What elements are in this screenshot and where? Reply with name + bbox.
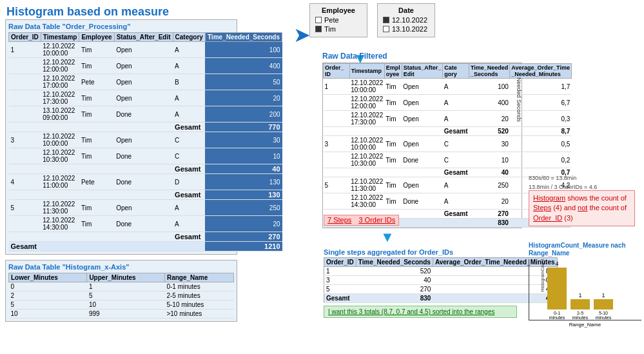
calc-note: 830s/60 = 13.8min 13.8min / 3 OrderIDs =… (529, 174, 632, 192)
single-steps-title: Single steps aggregated for Order_IDs (324, 248, 517, 256)
filtered-title: Raw Data Filtered (322, 52, 522, 61)
date1-filter-item[interactable]: 12.10.2022 (383, 16, 429, 24)
table-row: Gesamt 130 (9, 190, 282, 200)
table-row: 12.10.2022 17:30:00 Tim Open A 20 (9, 90, 282, 106)
table-row: 12.10.2022 17:00:00 Pete Open B 50 (9, 74, 282, 90)
y-axis-label: HistogramCount (540, 259, 545, 292)
order-processing-table: Order_ID Timestamp Employee Status_After… (8, 32, 282, 251)
arrow-right-icon: ➤ (293, 23, 311, 47)
table-row: Gesamt5208,7 (324, 127, 572, 136)
fcol-timestamp: Timestamp (349, 64, 384, 79)
tim-filter-item[interactable]: Tim (315, 25, 362, 33)
order-ids-count: 3 Order IDs (358, 216, 395, 224)
bar-5-10: 1 5-10minutes (594, 292, 613, 320)
date1-checkbox[interactable] (383, 17, 389, 23)
bar-0-1-bar (547, 268, 567, 310)
table-row: 12.10.2022 10:30:00TimDoneC100,2 (324, 152, 572, 168)
table-row: 3 12.10.2022 10:00:00 Tim Open C 30 (9, 132, 282, 148)
fcol-status: Status_After_Edit (402, 64, 443, 79)
ss-col-orderid: Order_ID (324, 258, 356, 267)
bar-5-10-bar (594, 299, 613, 310)
xaxis-table: Lower_Minutes Upper_Minutes Range_Name 0… (8, 273, 234, 319)
arrow-down-2-icon: ▼ (380, 229, 395, 246)
date-filter-title: Date (383, 6, 429, 14)
col-range: Range_Name (164, 273, 233, 282)
col-order-id: Order_ID (9, 33, 41, 42)
table-row: Gesamt 40 (9, 164, 282, 174)
red-note-text: Histogram shows the count of Steps (4) a… (533, 194, 627, 222)
table-row: Gesamt8304,6 (324, 294, 558, 303)
table-row: 112.10.2022 10:00:00TimOpenA1001,7 (324, 79, 572, 95)
xaxis-title: Raw Data Table "Histogram_x-Axis" (8, 263, 234, 271)
table-row: 1 12.10.2022 10:00:00 Tim Open A 100 (9, 42, 282, 58)
bar-2-5-bar (571, 299, 590, 310)
table-row: 010-1 minutes (9, 282, 234, 291)
order-processing-section: Raw Data Table "Order_Processing" Order_… (5, 19, 237, 255)
bar-0-1: 4 0-1minutes (547, 261, 567, 320)
order-processing-title: Raw Data Table "Order_Processing" (8, 23, 234, 30)
date1-label: 12.10.2022 (392, 16, 427, 24)
red-note-box: Histogram shows the count of Steps (4) a… (529, 190, 635, 226)
date2-filter-item[interactable]: 13.10.2022 (383, 25, 429, 33)
filtered-section: Raw Data Filtered Order_ID Timestamp Emp… (322, 52, 522, 228)
table-row: 5 12.10.2022 11:30:00 Tim Open A 250 (9, 200, 282, 216)
left-panel: Raw Data Table "Order_Processing" Order_… (5, 19, 237, 327)
pete-filter-item[interactable]: Pete (315, 16, 362, 24)
table-row: 12.10.2022 10:30:00 Tim Done C 10 (9, 148, 282, 164)
pete-checkbox[interactable] (315, 17, 322, 23)
fcol-employee: Employee (384, 64, 402, 79)
tim-label: Tim (324, 25, 336, 33)
date2-checkbox[interactable] (383, 26, 389, 32)
table-row: 12.10.2022 17:30:00TimOpenA200,3 (324, 111, 572, 127)
steps-note-box: 7 Steps 3 Order IDs (324, 216, 399, 224)
x-axis-label: Range_Name (529, 322, 641, 328)
table-row: 12.10.2022 12:00:00TimOpenA4006,7 (324, 95, 572, 111)
filtered-table-wrap: Order_ID Timestamp Employee Status_After… (322, 63, 522, 228)
table-row: 52704,5 (324, 285, 558, 294)
table-row: 312.10.2022 10:00:00TimOpenC300,5 (324, 136, 572, 152)
histogram-section: HistogramCount_Measure nach Range_Name H… (529, 242, 641, 328)
pete-label: Pete (324, 16, 339, 24)
histogram-title: HistogramCount_Measure nach Range_Name (529, 242, 641, 257)
single-steps-table: Order_ID Time_Needed_Seconds Average_Ord… (324, 257, 558, 303)
col-employee: Employee (79, 33, 114, 42)
green-note: I want this 3 totals (8.7, 0.7 and 4.5) … (324, 306, 517, 318)
date2-label: 13.10.2022 (392, 25, 427, 33)
table-row: 10999>10 minutes (9, 310, 234, 319)
xaxis-section: Raw Data Table "Histogram_x-Axis" Lower_… (5, 260, 237, 322)
bar-0-1-value: 4 (555, 261, 558, 267)
table-row: Gesamt 770 (9, 123, 282, 132)
filter-panel: Employee Pete Tim Date 12.10.2022 13.10.… (309, 3, 435, 37)
employee-filter-title: Employee (315, 6, 362, 14)
ss-col-seconds: Time_Needed_Seconds (356, 258, 433, 267)
histogram-chart: HistogramCount 4 0-1minutes 1 2-5minutes… (529, 259, 641, 320)
bar-0-1-label: 0-1minutes (549, 311, 565, 320)
single-steps-section: Single steps aggregated for Order_IDs Or… (324, 248, 517, 318)
table-row: 15208,7 (324, 267, 558, 276)
table-row: 5105-10 minutes (9, 300, 234, 310)
table-row: Gesamt 1210 (9, 242, 282, 251)
table-row: Gesamt 270 (9, 232, 282, 242)
col-lower: Lower_Minutes (9, 273, 87, 282)
bar-2-5-value: 1 (578, 292, 581, 299)
employee-filter: Employee Pete Tim (309, 3, 367, 37)
table-row: 12.10.2022 14:30:00 Tim Done A 20 (9, 216, 282, 232)
fcol-seconds: Time_Needed_Seconds (469, 64, 509, 79)
needed-seconds-label: Needed Seconds (516, 74, 522, 126)
date-filter: Date 12.10.2022 13.10.2022 (377, 3, 435, 37)
col-category: Category (173, 33, 205, 42)
table-row: 3400,7 (324, 276, 558, 285)
col-upper: Upper_Minutes (87, 273, 165, 282)
bar-2-5-label: 2-5minutes (572, 311, 589, 320)
table-row: 13.10.2022 09:00:00 Tim Done A 200 (9, 106, 282, 123)
tim-checkbox[interactable] (315, 26, 322, 32)
table-row: 4 12.10.2022 11:00:00 Pete Done D 130 (9, 174, 282, 190)
bar-5-10-label: 5-10minutes (596, 311, 612, 320)
fcol-category: Category (443, 64, 469, 79)
bar-5-10-value: 1 (601, 292, 605, 299)
bar-2-5: 1 2-5minutes (571, 292, 590, 320)
fcol-order-id: Order_ID (324, 64, 350, 79)
col-time-needed: Time_Needed_Seconds (205, 33, 282, 42)
col-status: Status_After_Edit (114, 33, 173, 42)
col-timestamp: Timestamp (41, 33, 79, 42)
